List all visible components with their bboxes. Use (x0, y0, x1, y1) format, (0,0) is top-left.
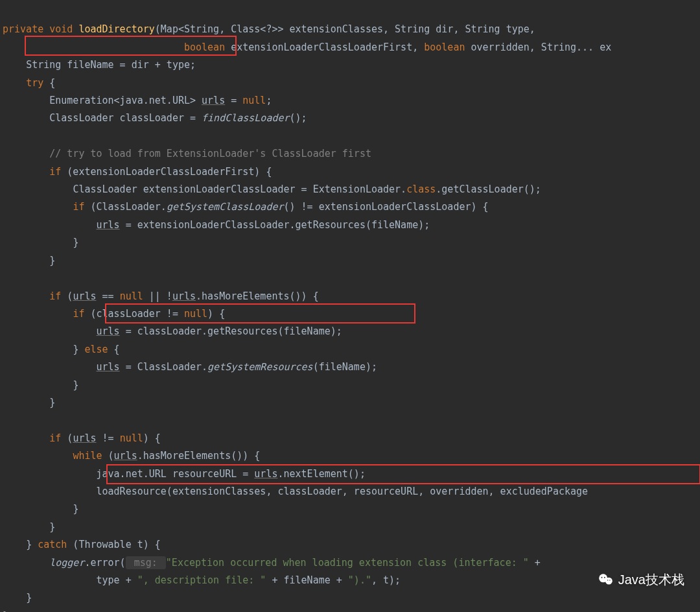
kw-void: void (49, 23, 73, 35)
svg-point-3 (604, 577, 605, 578)
str-desc: ", description file: " (137, 574, 266, 586)
var-urls-5: urls (97, 325, 120, 337)
kw-boolean-1: boolean (184, 41, 225, 53)
svg-point-4 (607, 580, 609, 582)
param-hint-msg: msg: (126, 556, 166, 569)
var-urls-3: urls (73, 290, 96, 302)
logger-ref: logger (49, 557, 84, 569)
var-urls-4: urls (172, 290, 196, 302)
kw-try: try (26, 77, 43, 89)
sig-part2b: overridden, String... ex (465, 41, 611, 53)
str-paren: ")." (348, 574, 371, 586)
call-findclassloader: findClassLoader (202, 112, 289, 124)
catch-decl: (Throwable t) { (67, 539, 161, 550)
method-name: loadDirectory (78, 23, 154, 35)
svg-point-2 (601, 577, 602, 578)
svg-point-1 (605, 578, 612, 585)
l-loadres: loadResource(extensionClasses, classLoad… (97, 486, 589, 497)
var-urls-1: urls (202, 95, 225, 106)
kw-private: private (3, 23, 43, 35)
var-urls-9: urls (254, 468, 277, 480)
str-exc1: "Exception occurred when loading extensi… (166, 557, 529, 569)
sig-part2a: extensionLoaderClassLoaderFirst, (225, 41, 424, 53)
svg-point-5 (609, 580, 611, 582)
l-enum: Enumeration<java.net.URL> (49, 95, 202, 106)
l-elcl-decl: ClassLoader extensionLoaderClassLoader =… (73, 183, 406, 195)
var-urls-8: urls (114, 450, 137, 462)
call-getsysres: getSystemResources (207, 361, 313, 373)
var-urls-6: urls (97, 361, 120, 373)
code-editor[interactable]: private void loadDirectory(Map<String, C… (0, 0, 700, 612)
l-filename: String fileName = dir + type; (26, 59, 196, 71)
kw-boolean-2: boolean (424, 41, 465, 53)
watermark: Java技术栈 (598, 571, 684, 589)
var-urls-2: urls (97, 219, 120, 231)
wechat-icon (598, 571, 614, 588)
l-cl-decl: ClassLoader classLoader = (49, 112, 202, 124)
var-urls-7: urls (73, 432, 96, 444)
comment-1: // try to load from ExtensionLoader's Cl… (49, 148, 371, 159)
l-resurl: java.net.URL resourceURL = (97, 468, 255, 480)
try-open: { (43, 77, 55, 89)
if-elclf: (extensionLoaderClassLoaderFirst) { (61, 166, 272, 178)
call-getsyscl: getSystemClassLoader (167, 201, 284, 213)
watermark-text: Java技术栈 (618, 571, 684, 589)
sig-part1: (Map<String, Class<?>> extensionClasses,… (155, 23, 535, 35)
